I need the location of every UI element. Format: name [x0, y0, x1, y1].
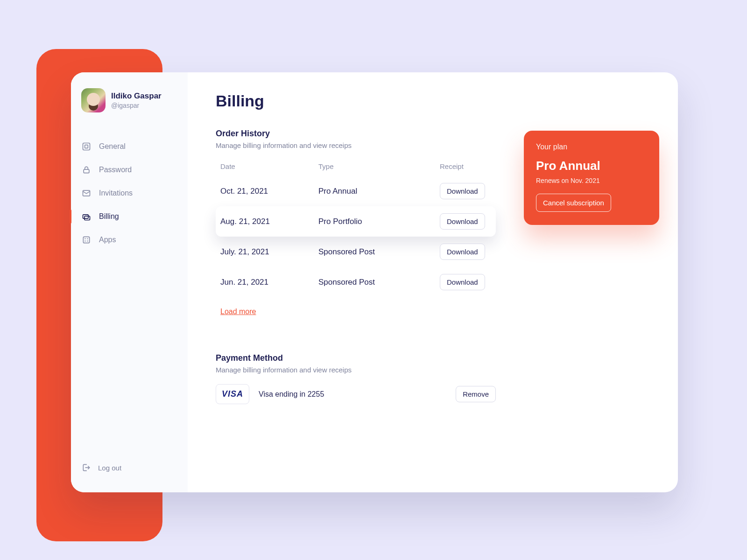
- svg-rect-0: [83, 143, 90, 150]
- payment-description: Visa ending in 2255: [259, 390, 446, 399]
- svg-point-8: [87, 238, 88, 239]
- cell-type: Pro Portfolio: [318, 217, 440, 226]
- plan-card: Your plan Pro Annual Renews on Nov. 2021…: [524, 131, 659, 225]
- payment-method-subtitle: Manage billing information and view rece…: [216, 366, 650, 374]
- sidebar: Ildiko Gaspar @igaspar General Password: [71, 72, 188, 492]
- grid-icon: [81, 235, 92, 245]
- profile-handle: @igaspar: [111, 102, 162, 109]
- svg-point-10: [87, 241, 88, 241]
- sidebar-item-label: Invitations: [99, 189, 133, 197]
- visa-icon: VISA: [216, 384, 249, 404]
- logout-label: Log out: [98, 464, 121, 472]
- svg-rect-6: [83, 237, 89, 243]
- sidebar-item-password[interactable]: Password: [71, 158, 188, 182]
- main-content: Billing Order History Manage billing inf…: [188, 72, 678, 492]
- sidebar-nav: General Password Invitations Billing: [71, 135, 188, 252]
- download-button[interactable]: Download: [440, 183, 485, 199]
- profile[interactable]: Ildiko Gaspar @igaspar: [71, 85, 188, 112]
- remove-payment-button[interactable]: Remove: [456, 386, 496, 402]
- cell-date: Oct. 21, 2021: [220, 187, 318, 196]
- col-receipt: Receipt: [440, 162, 500, 170]
- table-header: Date Type Receipt: [216, 162, 496, 176]
- cell-type: Sponsored Post: [318, 247, 440, 257]
- table-row: Aug. 21, 2021 Pro Portfolio Download: [216, 206, 496, 237]
- cell-date: Jun. 21, 2021: [220, 278, 318, 287]
- billing-icon: [81, 211, 92, 222]
- svg-rect-2: [84, 169, 89, 173]
- download-button[interactable]: Download: [440, 244, 485, 260]
- order-history-table: Date Type Receipt Oct. 21, 2021 Pro Annu…: [216, 162, 496, 297]
- profile-name: Ildiko Gaspar: [111, 91, 162, 101]
- svg-rect-5: [85, 216, 90, 220]
- square-icon: [81, 141, 92, 152]
- sidebar-item-label: Apps: [99, 236, 116, 244]
- logout-button[interactable]: Log out: [71, 456, 188, 479]
- app-card: Ildiko Gaspar @igaspar General Password: [71, 72, 678, 492]
- sidebar-item-billing[interactable]: Billing: [71, 205, 188, 228]
- avatar: [81, 88, 106, 112]
- col-type: Type: [318, 162, 440, 170]
- payment-method-section: Payment Method Manage billing informatio…: [216, 353, 650, 404]
- payment-method-title: Payment Method: [216, 353, 650, 363]
- payment-row: VISA Visa ending in 2255 Remove: [216, 384, 496, 404]
- lock-icon: [81, 165, 92, 175]
- cell-date: Aug. 21, 2021: [220, 217, 318, 226]
- sidebar-item-invitations[interactable]: Invitations: [71, 182, 188, 205]
- cell-type: Pro Annual: [318, 187, 440, 196]
- download-button[interactable]: Download: [440, 274, 485, 290]
- sidebar-item-label: General: [99, 142, 126, 151]
- mail-icon: [81, 188, 92, 198]
- sidebar-item-general[interactable]: General: [71, 135, 188, 158]
- svg-rect-1: [85, 145, 88, 148]
- svg-point-7: [85, 238, 85, 239]
- plan-renew-text: Renews on Nov. 2021: [536, 177, 647, 184]
- logout-icon: [81, 462, 92, 473]
- page-title: Billing: [216, 92, 650, 110]
- table-row: Jun. 21, 2021 Sponsored Post Download: [216, 267, 496, 297]
- table-row: July. 21, 2021 Sponsored Post Download: [216, 237, 496, 267]
- table-row: Oct. 21, 2021 Pro Annual Download: [216, 176, 496, 206]
- sidebar-item-label: Billing: [99, 212, 119, 221]
- svg-point-9: [85, 241, 85, 241]
- load-more-link[interactable]: Load more: [220, 308, 256, 316]
- cell-type: Sponsored Post: [318, 278, 440, 287]
- sidebar-item-label: Password: [99, 166, 132, 174]
- sidebar-item-apps[interactable]: Apps: [71, 228, 188, 252]
- plan-label: Your plan: [536, 143, 647, 151]
- download-button[interactable]: Download: [440, 213, 485, 230]
- col-date: Date: [220, 162, 318, 170]
- cell-date: July. 21, 2021: [220, 247, 318, 257]
- cancel-subscription-button[interactable]: Cancel subscription: [536, 194, 611, 212]
- plan-name: Pro Annual: [536, 159, 647, 173]
